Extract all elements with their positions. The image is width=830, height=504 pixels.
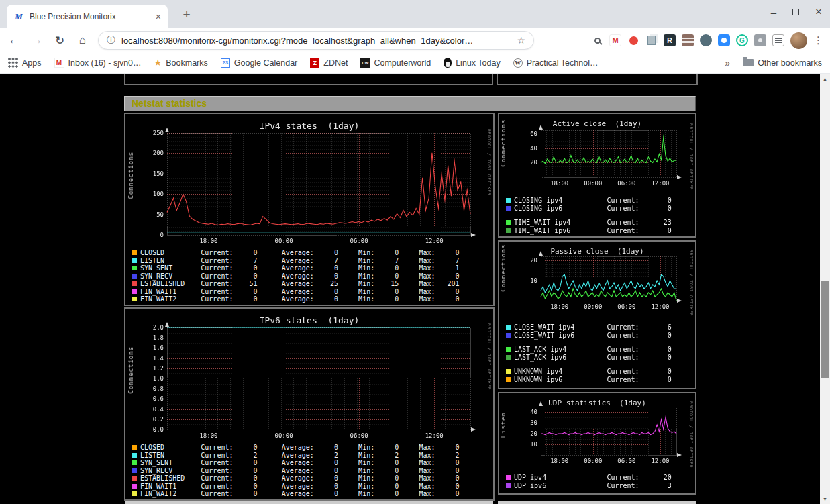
section-title: Netstat statistics [125,97,695,111]
chart-ylabel: Listen [500,412,507,438]
bookmark-zdnet[interactable]: Z ZDNet [310,58,348,68]
pocket-extension-icon[interactable] [627,34,639,46]
legend-text: FIN_WAIT2 Current: 0 Average: 0 Min: 0 M… [140,490,460,497]
legend-row: CLOSE_WAIT ipv4 Current: 6 [506,323,672,332]
legend-text: FIN_WAIT2 Current: 0 Average: 0 Min: 0 M… [140,295,460,303]
r-extension-icon[interactable]: R [664,34,676,46]
forward-icon[interactable]: → [30,34,44,47]
legend-row: LISTEN Current: 2 Average: 2 Min: 2 Max:… [132,452,460,460]
chart-title: IPv4 states (1day) [125,121,493,131]
url-text[interactable]: localhost:8080/monitorix-cgi/monitorix.c… [121,36,511,46]
window-close-button[interactable]: × [815,5,822,19]
bookmark-bookmarks[interactable]: ★ Bookmarks [154,58,208,68]
tab-strip: M Blue Precision Monitorix × + – × [0,0,830,28]
page-info-icon[interactable]: ⓘ [107,34,115,46]
bookmark-star-icon[interactable]: ☆ [517,35,525,46]
legend-text: UNKNOWN ipv6 Current: 0 [514,376,672,383]
legend-text: ESTABLISHED Current: 51 Average: 25 Min:… [140,280,460,287]
bookmark-label: Computerworld [374,58,431,68]
chart-legend: CLOSING ipv4 Current: 0CLOSING ipv6 Curr… [506,197,672,234]
chart-legend: UDP ipv4 Current: 20UDP ipv6 Current: 3 [506,474,672,489]
legend-swatch [506,475,511,480]
bookmark-linux-today[interactable]: Linux Today [444,58,501,68]
shield-extension-icon[interactable] [700,34,712,46]
window-maximize-button[interactable] [792,9,799,15]
other-bookmarks[interactable]: Other bookmarks [743,58,822,68]
scroll-down-arrow[interactable]: ▼ [820,494,830,504]
legend-swatch [132,491,137,496]
home-icon[interactable]: ⌂ [75,34,90,47]
legend-row: FIN_WAIT2 Current: 0 Average: 0 Min: 0 M… [132,490,460,498]
bookmarks-overflow-icon[interactable]: » [725,58,730,68]
legend-text: SYN_SENT Current: 0 Average: 0 Min: 0 Ma… [140,264,460,272]
gmail-extension-icon[interactable]: M [609,34,621,46]
legend-text: SYN_RECV Current: 0 Average: 0 Min: 0 Ma… [140,467,460,474]
legend-row: UNKNOWN ipv4 Current: 0 [506,368,672,376]
back-icon[interactable]: ← [7,34,21,47]
reload-icon[interactable]: ↻ [52,34,67,48]
copy-extension-icon[interactable] [645,34,658,46]
calendar-icon: 23 [221,58,230,68]
profile-avatar[interactable] [790,32,807,49]
bookmark-label: Google Calendar [234,58,298,68]
legend-row: LAST_ACK ipv4 Current: 0 [506,346,672,354]
legend-text: ESTABLISHED Current: 0 Average: 0 Min: 0… [140,474,460,482]
browser-toolbar: ← → ↻ ⌂ ⓘ localhost:8080/monitorix-cgi/m… [0,28,830,52]
legend-text: LISTEN Current: 7 Average: 7 Min: 7 Max:… [140,257,460,264]
previous-graph-panel [497,74,698,85]
rrdtool-watermark: RRDTOOL / TOBI OETIKER [688,401,694,468]
bookmark-label: Linux Today [456,58,501,68]
address-bar[interactable]: ⓘ localhost:8080/monitorix-cgi/monitorix… [98,31,534,50]
legend-text: CLOSING ipv4 Current: 0 [514,197,672,204]
legend-swatch [132,266,137,270]
tab-close-icon[interactable]: × [156,12,161,21]
chart-title: UDP statistics (1day) [499,399,695,407]
extensions-puzzle-icon[interactable] [754,34,766,46]
monitorix-favicon-icon: M [13,11,24,22]
legend-row: SYN_RECV Current: 0 Average: 0 Min: 0 Ma… [132,272,460,281]
bookmark-label: Practical Technol… [527,58,599,68]
scrollbar-thumb[interactable] [821,281,829,378]
legend-row: LAST_ACK ipv6 Current: 0 [506,354,672,362]
search-extension-icon[interactable] [591,34,603,46]
bookmark-google-calendar[interactable]: 23 Google Calendar [221,58,298,68]
list-extension-icon[interactable] [772,34,784,46]
chart-ylabel: Connections [500,244,507,292]
browser-tab[interactable]: M Blue Precision Monitorix × [7,5,168,28]
ipv6-states-chart [125,309,493,442]
grammarly-extension-icon[interactable]: G [736,34,748,46]
graph-panel-active-close: Active close (1day) Connections RRDTOOL … [498,113,696,238]
bookmark-inbox[interactable]: M Inbox (16) - sjvn0… [54,58,142,68]
bookmarks-bar: Apps M Inbox (16) - sjvn0… ★ Bookmarks 2… [0,52,830,74]
new-tab-button[interactable]: + [178,7,195,22]
legend-text: CLOSED Current: 0 Average: 0 Min: 0 Max:… [140,444,460,451]
legend-spacer [506,361,672,368]
legend-text: LAST_ACK ipv4 Current: 0 [514,346,672,353]
computerworld-icon: CW [360,58,370,68]
vertical-scrollbar[interactable]: ▲ ▼ [820,74,830,504]
next-graph-panel [498,501,696,504]
window-minimize-button[interactable]: – [771,7,776,18]
scroll-up-arrow[interactable]: ▲ [820,74,830,84]
stack-extension-icon[interactable] [682,34,694,46]
legend-swatch [506,347,511,352]
chart-ylabel: Connections [127,346,134,394]
browser-menu-icon[interactable]: ⋮ [813,34,823,46]
legend-swatch [132,445,137,450]
page-content: Netstat statistics IPv4 states (1day) Co… [0,74,820,504]
wordpress-icon: W [513,58,523,68]
legend-row: TIME_WAIT ipv6 Current: 0 [506,227,672,235]
apps-shortcut[interactable]: Apps [8,58,42,68]
legend-row: TIME_WAIT ipv4 Current: 23 [506,219,672,227]
monitorix-section: Netstat statistics IPv4 states (1day) Co… [124,74,698,504]
apps-grid-icon [8,58,18,68]
graph-panel-ipv6-states: IPv6 states (1day) Connections RRDTOOL /… [124,307,495,501]
bookmark-practical-technology[interactable]: W Practical Technol… [513,58,599,68]
zoom-extension-icon[interactable] [718,34,730,46]
bookmark-computerworld[interactable]: CW Computerworld [360,58,431,68]
rrdtool-watermark: RRDTOOL / TOBI OETIKER [688,123,694,190]
legend-swatch [132,484,137,489]
tab-title: Blue Precision Monitorix [30,12,150,21]
legend-swatch [506,325,511,330]
bookmark-label: Apps [22,58,42,68]
